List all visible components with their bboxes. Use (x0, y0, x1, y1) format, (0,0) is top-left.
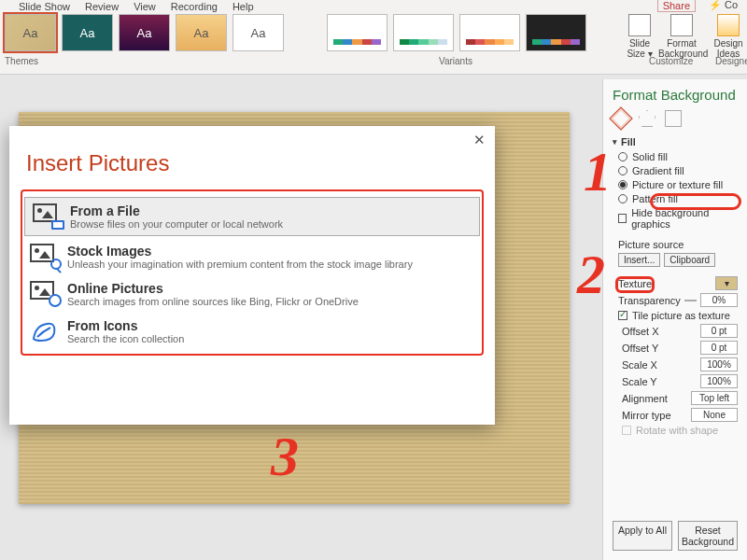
theme-thumb[interactable]: Aa (233, 14, 284, 51)
slide-size-button[interactable]: Slide Size ▾ (621, 14, 658, 59)
theme-thumb[interactable]: Aa (119, 14, 170, 51)
variant-thumb[interactable] (327, 14, 388, 51)
transparency-slider[interactable] (684, 300, 697, 301)
scale-y-input[interactable]: 100% (700, 374, 738, 388)
option-desc: Unleash your imagination with premium co… (67, 259, 413, 270)
annotation-oval-1 (650, 193, 741, 210)
tab-review[interactable]: Review (85, 0, 119, 14)
apply-to-all-button[interactable]: Apply to All (613, 521, 672, 551)
theme-thumb[interactable]: Aa (176, 14, 227, 51)
option-title: From a File (70, 203, 283, 218)
mirror-select[interactable]: None (691, 408, 738, 422)
design-ideas-button[interactable]: Design Ideas (710, 14, 747, 59)
effects-category-icon[interactable] (639, 110, 655, 127)
option-from-file[interactable]: From a FileBrowse files on your computer… (24, 197, 480, 236)
dialog-options-highlight: From a FileBrowse files on your computer… (21, 189, 484, 356)
file-icon (33, 203, 61, 226)
theme-thumb[interactable]: Aa (62, 14, 113, 51)
variant-thumb[interactable] (393, 14, 454, 51)
option-online-pictures[interactable]: Online PicturesSearch images from online… (22, 275, 482, 313)
tab-recording[interactable]: Recording (171, 0, 218, 14)
offset-x-input[interactable]: 0 pt (700, 324, 738, 338)
option-desc: Search images from online sources like B… (67, 296, 359, 307)
themes-gallery[interactable]: Aa Aa Aa Aa Aa (5, 14, 284, 51)
pane-category-icons (613, 110, 738, 127)
section-fill[interactable]: Fill (613, 136, 738, 147)
format-background-button[interactable]: Format Background (658, 14, 705, 59)
share-button[interactable]: Share (657, 0, 696, 12)
ribbon: Slide Show Review View Recording Help Sh… (0, 0, 747, 75)
option-title: From Icons (67, 318, 184, 333)
ribbon-tabs: Slide Show Review View Recording Help (19, 0, 254, 14)
comments-button[interactable]: ⚡ Co (709, 0, 738, 11)
stock-icon (30, 244, 58, 266)
close-icon[interactable]: ✕ (473, 132, 486, 148)
fill-category-icon[interactable] (609, 106, 632, 130)
option-title: Online Pictures (67, 281, 359, 296)
group-label-variants: Variants (439, 56, 472, 66)
reset-background-button[interactable]: Reset Background (678, 521, 738, 551)
variant-thumb[interactable] (526, 14, 586, 51)
leaf-icon (30, 318, 58, 341)
option-stock-images[interactable]: Stock ImagesUnleash your imagination wit… (22, 238, 482, 275)
radio-solid-fill[interactable]: Solid fill (618, 151, 738, 162)
globe-icon (30, 281, 58, 303)
step-number-1: 1 (584, 140, 612, 204)
clipboard-button[interactable]: Clipboard (664, 253, 715, 267)
check-hide-bg[interactable]: Hide background graphics (618, 207, 738, 230)
insert-pictures-dialog: ✕ Insert Pictures From a FileBrowse file… (9, 126, 495, 425)
alignment-select[interactable]: Top left (691, 391, 738, 405)
tab-slideshow[interactable]: Slide Show (19, 0, 70, 14)
annotation-oval-2 (615, 276, 655, 293)
option-from-icons[interactable]: From IconsSearch the icon collection (22, 313, 482, 350)
radio-picture-fill[interactable]: Picture or texture fill (618, 179, 738, 190)
dialog-title: Insert Pictures (9, 126, 495, 189)
row-transparency: Transparency0% (618, 293, 738, 307)
insert-picture-button[interactable]: Insert... (618, 253, 660, 267)
variant-thumb[interactable] (459, 14, 520, 51)
pane-title: Format Background (613, 87, 738, 103)
radio-gradient-fill[interactable]: Gradient fill (618, 165, 738, 176)
group-label-themes: Themes (5, 56, 38, 66)
check-rotate: Rotate with shape (622, 425, 738, 436)
transparency-value[interactable]: 0% (700, 293, 738, 307)
tab-view[interactable]: View (134, 0, 156, 14)
scale-x-input[interactable]: 100% (700, 357, 738, 371)
step-number-2: 2 (577, 243, 605, 307)
theme-thumb[interactable]: Aa (5, 14, 56, 51)
picture-category-icon[interactable] (665, 110, 682, 127)
format-background-pane: Format Background Fill Solid fill Gradie… (602, 79, 747, 560)
step-number-3: 3 (271, 425, 299, 489)
option-desc: Browse files on your computer or local n… (70, 218, 283, 230)
option-title: Stock Images (67, 244, 413, 259)
tab-help[interactable]: Help (233, 0, 254, 14)
check-tile[interactable]: Tile picture as texture (618, 310, 738, 321)
variants-gallery[interactable] (327, 14, 586, 51)
option-desc: Search the icon collection (67, 333, 184, 344)
texture-picker[interactable]: ▾ (715, 276, 738, 290)
label-picture-source: Picture source (618, 239, 738, 250)
offset-y-input[interactable]: 0 pt (700, 341, 738, 355)
